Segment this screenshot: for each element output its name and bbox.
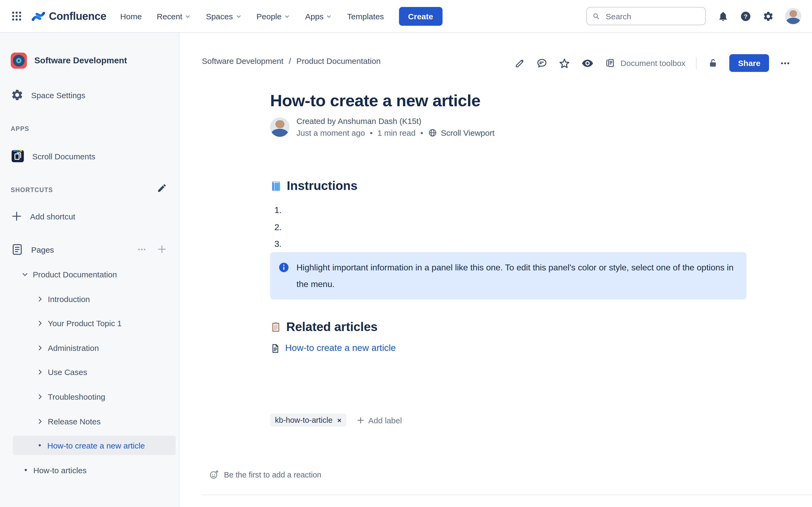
notifications-bell-icon[interactable] bbox=[717, 10, 729, 22]
label-chip[interactable]: kb-how-to-article × bbox=[270, 414, 346, 427]
app-switcher-icon[interactable] bbox=[11, 10, 22, 22]
tree-item-use-cases[interactable]: Use Cases bbox=[37, 362, 87, 382]
info-icon bbox=[278, 262, 290, 273]
search-input[interactable] bbox=[605, 11, 700, 21]
pages-more-icon[interactable] bbox=[137, 245, 147, 254]
user-avatar[interactable] bbox=[785, 8, 801, 24]
chevron-right-icon bbox=[37, 418, 44, 425]
nav-recent[interactable]: Recent bbox=[157, 11, 191, 21]
product-name: Confluence bbox=[49, 10, 106, 22]
nav-templates[interactable]: Templates bbox=[347, 11, 384, 21]
add-reaction-smiley-icon bbox=[209, 469, 219, 480]
pages-add-icon[interactable] bbox=[157, 244, 167, 254]
scroll-viewport-link[interactable]: Scroll Viewport bbox=[428, 128, 495, 137]
watch-eye-icon[interactable] bbox=[581, 57, 594, 69]
meta-dot: • bbox=[420, 128, 423, 137]
breadcrumb: Software Development / Product Documenta… bbox=[202, 56, 380, 65]
tree-item-release-notes[interactable]: Release Notes bbox=[37, 411, 101, 431]
search-icon bbox=[592, 12, 600, 20]
more-actions-icon[interactable] bbox=[780, 58, 791, 68]
tree-item-how-to-create-a-new-article[interactable]: How-to create a new article bbox=[13, 436, 175, 455]
pages-document-icon bbox=[11, 243, 23, 256]
chevron-down-icon bbox=[236, 13, 241, 19]
svg-text:?: ? bbox=[744, 13, 748, 19]
breadcrumb-space[interactable]: Software Development bbox=[202, 56, 284, 65]
related-article-link[interactable]: How-to create a new article bbox=[270, 343, 396, 353]
space-logo-icon bbox=[11, 53, 27, 69]
pages-label: Pages bbox=[31, 245, 54, 254]
pages-section-header[interactable]: Pages bbox=[11, 238, 171, 261]
tree-item-troubleshooting[interactable]: Troubleshooting bbox=[37, 387, 105, 406]
settings-gear-icon[interactable] bbox=[763, 10, 774, 22]
reaction-prompt[interactable]: Be the first to add a reaction bbox=[209, 469, 321, 480]
space-header[interactable]: Software Development bbox=[11, 49, 171, 72]
chevron-right-icon bbox=[37, 344, 44, 351]
chevron-right-icon bbox=[37, 320, 44, 327]
tree-item-how-to-articles[interactable]: How-to articles bbox=[22, 460, 87, 480]
bullet-icon bbox=[39, 444, 41, 446]
created-by[interactable]: Created by Anshuman Dash (K15t) bbox=[296, 116, 495, 125]
chevron-down-icon bbox=[21, 271, 29, 278]
breadcrumb-parent-page[interactable]: Product Documentation bbox=[296, 56, 381, 65]
top-navigation: Confluence Home Recent Spaces People App… bbox=[0, 0, 812, 33]
sidebar-item-space-settings[interactable]: Space Settings bbox=[11, 83, 171, 107]
plus-icon bbox=[11, 210, 22, 222]
edit-shortcuts-pencil-icon[interactable] bbox=[157, 183, 167, 193]
add-label-button[interactable]: Add label bbox=[357, 415, 402, 425]
space-sidebar: Software Development Space Settings APPS… bbox=[0, 33, 180, 507]
main-menu: Home Recent Spaces People Apps Templates bbox=[120, 11, 384, 21]
star-icon[interactable] bbox=[559, 57, 571, 69]
scroll-documents-label: Scroll Documents bbox=[32, 152, 95, 161]
create-button[interactable]: Create bbox=[399, 7, 442, 25]
scroll-viewport-label: Scroll Viewport bbox=[441, 128, 495, 137]
document-toolbox-icon bbox=[605, 57, 616, 69]
page-icon bbox=[270, 343, 280, 353]
edit-pencil-icon[interactable] bbox=[515, 58, 525, 68]
plus-icon bbox=[357, 416, 365, 424]
author-avatar[interactable] bbox=[270, 117, 290, 136]
nav-spaces[interactable]: Spaces bbox=[206, 11, 241, 21]
add-label-text: Add label bbox=[368, 415, 402, 425]
meta-dot: • bbox=[370, 128, 373, 137]
shortcuts-section-heading: SHORTCUTS bbox=[11, 187, 53, 193]
info-panel[interactable]: Highlight important information in a pan… bbox=[270, 252, 747, 299]
unlock-icon[interactable] bbox=[708, 57, 719, 69]
confluence-logo[interactable]: Confluence bbox=[31, 9, 106, 23]
search-box[interactable] bbox=[587, 7, 706, 25]
tree-item-product-documentation[interactable]: Product Documentation bbox=[21, 265, 117, 284]
apps-section-heading: APPS bbox=[11, 125, 29, 132]
instructions-list[interactable]: 1. 2. 3. bbox=[274, 202, 282, 252]
share-button[interactable]: Share bbox=[729, 54, 769, 72]
confluence-logo-icon bbox=[31, 9, 46, 23]
chevron-right-icon bbox=[37, 295, 44, 302]
last-modified: Just a moment ago bbox=[296, 128, 365, 137]
tree-item-introduction[interactable]: Introduction bbox=[37, 289, 90, 308]
globe-icon bbox=[428, 128, 437, 137]
reaction-prompt-text: Be the first to add a reaction bbox=[224, 470, 321, 479]
tree-item-administration[interactable]: Administration bbox=[37, 338, 99, 357]
comments-icon[interactable] bbox=[536, 57, 548, 69]
add-shortcut-button[interactable]: Add shortcut bbox=[11, 205, 171, 228]
scroll-documents-icon bbox=[11, 149, 25, 163]
document-toolbox-button[interactable]: Document toolbox bbox=[605, 57, 686, 69]
byline-meta: Just a moment ago • 1 min read • Scroll … bbox=[296, 128, 495, 137]
blue-book-icon bbox=[270, 180, 282, 192]
page-content: Software Development / Product Documenta… bbox=[180, 33, 812, 507]
info-panel-text: Highlight important information in a pan… bbox=[296, 259, 737, 299]
chevron-down-icon bbox=[185, 13, 191, 19]
nav-home[interactable]: Home bbox=[120, 11, 142, 21]
nav-people[interactable]: People bbox=[256, 11, 290, 21]
remove-label-icon[interactable]: × bbox=[337, 416, 341, 424]
related-link-label: How-to create a new article bbox=[285, 343, 396, 353]
instructions-heading: Instructions bbox=[270, 179, 357, 193]
space-name: Software Development bbox=[34, 56, 127, 65]
chevron-down-icon bbox=[284, 13, 290, 19]
label-chip-text: kb-how-to-article bbox=[275, 416, 333, 425]
help-icon[interactable]: ? bbox=[740, 10, 751, 22]
nav-apps[interactable]: Apps bbox=[305, 11, 332, 21]
read-time: 1 min read bbox=[377, 128, 416, 137]
sidebar-item-scroll-documents[interactable]: Scroll Documents bbox=[11, 144, 171, 168]
chevron-right-icon bbox=[37, 393, 44, 400]
tree-item-your-product-topic-1[interactable]: Your Product Topic 1 bbox=[37, 313, 122, 333]
gear-icon bbox=[11, 89, 23, 101]
